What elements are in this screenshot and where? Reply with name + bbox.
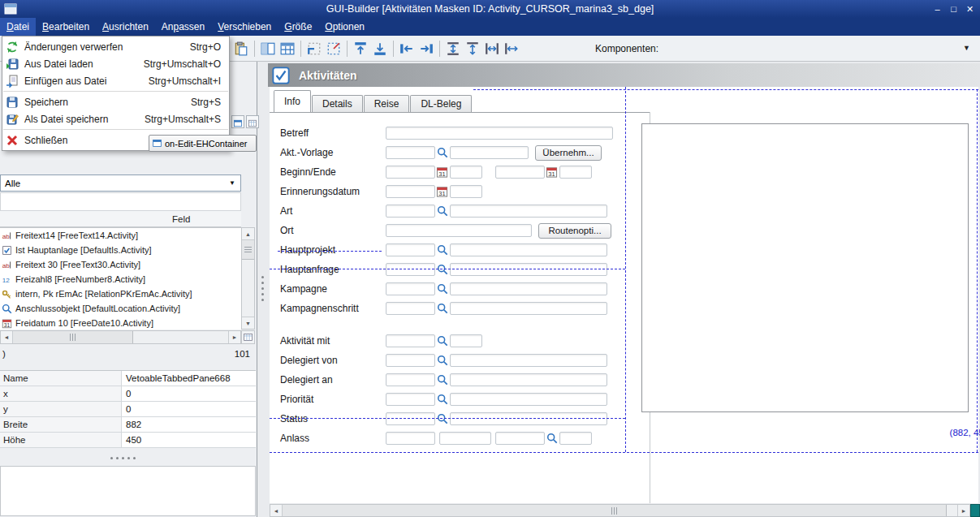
menubar-item-verschieben[interactable]: Verschieben bbox=[211, 18, 278, 36]
beginn-ende-input[interactable] bbox=[495, 166, 545, 179]
property-value[interactable]: VetoableTabbedPane668 bbox=[122, 371, 231, 386]
erinnerungsdatum-input[interactable] bbox=[450, 185, 482, 198]
align-bottom-button[interactable] bbox=[370, 39, 390, 58]
ort-input[interactable] bbox=[386, 224, 532, 237]
scroll-down-button[interactable]: ▼ bbox=[242, 317, 254, 329]
menu-item-speichern[interactable]: SpeichernStrg+S bbox=[2, 93, 229, 110]
delegiert-an-input[interactable] bbox=[386, 373, 435, 386]
resize-height-alt-button[interactable] bbox=[463, 39, 482, 58]
field-list-item[interactable]: intern, Pk rEmAc [RelationPKrEmAc.Activi… bbox=[0, 287, 241, 301]
priorität-input[interactable] bbox=[450, 393, 607, 406]
menubar-item-datei[interactable]: Datei bbox=[0, 18, 36, 36]
status-input[interactable] bbox=[386, 412, 435, 425]
field-list-vertical-scrollbar[interactable]: ▲ ▼ bbox=[241, 227, 255, 330]
resize-width-button[interactable] bbox=[482, 39, 502, 58]
beginn-ende-input[interactable] bbox=[386, 166, 435, 179]
partially-hidden-button[interactable] bbox=[231, 115, 244, 128]
resize-grip[interactable] bbox=[970, 504, 980, 517]
delegiert-an-input[interactable] bbox=[450, 373, 607, 386]
menu-item-als-datei-speichern[interactable]: Als Datei speichernStrg+Umschalt+S bbox=[2, 110, 229, 127]
property-value[interactable]: 450 bbox=[122, 433, 141, 447]
betreff-input[interactable] bbox=[386, 127, 613, 140]
hauptprojekt-input[interactable] bbox=[386, 243, 435, 256]
field-list-item[interactable]: abFreitext 30 [FreeText30.Activity] bbox=[0, 257, 241, 272]
priorität-input[interactable] bbox=[386, 393, 435, 406]
art-input[interactable] bbox=[386, 205, 435, 218]
routenopti-button[interactable]: Routenopti... bbox=[538, 223, 611, 239]
resize-height-button[interactable] bbox=[443, 39, 463, 58]
field-list-horizontal-scrollbar[interactable]: ◄ ► bbox=[0, 330, 241, 344]
aktivität-mit-lookup-icon[interactable] bbox=[437, 335, 448, 347]
field-list-item[interactable]: 12Freizahl8 [FreeNumber8.Activity] bbox=[0, 272, 241, 287]
property-value[interactable]: 882 bbox=[122, 417, 141, 432]
menu-item-einfügen-aus-datei[interactable]: Einfügen aus DateiStrg+Umschalt+I bbox=[2, 72, 229, 89]
akt-vorlage-input[interactable] bbox=[450, 146, 529, 159]
canvas-horizontal-scrollbar[interactable]: ◄ ► bbox=[270, 504, 970, 517]
paste-button[interactable] bbox=[231, 39, 251, 58]
field-list-item[interactable]: abFreitext14 [FreeText14.Activity] bbox=[0, 228, 241, 243]
status-lookup-icon[interactable] bbox=[437, 413, 448, 424]
delegiert-von-lookup-icon[interactable] bbox=[437, 355, 448, 366]
menu-item-aus-datei-laden[interactable]: Aus Datei ladenStrg+Umschalt+O bbox=[2, 55, 229, 72]
maximize-button[interactable]: □ bbox=[947, 2, 961, 15]
übernehm-button[interactable]: Übernehm... bbox=[535, 145, 602, 161]
frame-dashed-button[interactable] bbox=[324, 39, 343, 58]
kampagne-input[interactable] bbox=[450, 282, 607, 295]
kampagnenschritt-input[interactable] bbox=[450, 302, 607, 315]
anlass-lookup-icon[interactable] bbox=[546, 433, 558, 444]
frame-button[interactable] bbox=[304, 39, 324, 58]
property-value[interactable]: 0 bbox=[122, 402, 131, 416]
canvas-scrollbar-track[interactable] bbox=[947, 505, 957, 516]
delegiert-von-input[interactable] bbox=[386, 354, 435, 367]
canvas-scroll-left-button[interactable]: ◄ bbox=[270, 505, 283, 516]
hauptprojekt-input[interactable] bbox=[450, 243, 607, 256]
tab-info[interactable]: Info bbox=[274, 90, 311, 112]
menubar-item-ausrichten[interactable]: Ausrichten bbox=[96, 18, 155, 36]
menubar-item-optionen[interactable]: Optionen bbox=[318, 18, 371, 36]
aktivität-mit-input[interactable] bbox=[450, 334, 482, 347]
delegiert-von-input[interactable] bbox=[450, 354, 607, 367]
arrow-right-button[interactable] bbox=[417, 39, 436, 58]
scrollbar-track[interactable] bbox=[133, 331, 228, 343]
align-top-button[interactable] bbox=[351, 39, 370, 58]
field-filter-combobox[interactable]: Alle ▼ bbox=[0, 174, 241, 192]
komponenten-dropdown-arrow[interactable]: ▼ bbox=[963, 44, 970, 52]
aktivität-mit-input[interactable] bbox=[386, 334, 435, 347]
akt-vorlage-lookup-icon[interactable] bbox=[437, 147, 448, 158]
columns-button[interactable] bbox=[258, 39, 278, 58]
beginn-ende-calendar-button[interactable]: 31 bbox=[546, 166, 558, 179]
splitter-grip-vertical[interactable] bbox=[261, 276, 264, 301]
anlass-input[interactable] bbox=[559, 432, 592, 445]
erinnerungsdatum-calendar-button[interactable]: 31 bbox=[436, 185, 448, 198]
table-button[interactable] bbox=[278, 39, 297, 58]
art-input[interactable] bbox=[450, 205, 607, 218]
kampagnenschritt-lookup-icon[interactable] bbox=[437, 303, 448, 314]
design-canvas[interactable]: InfoDetailsReiseDL-Beleg BetreffAkt.-Vor… bbox=[270, 87, 978, 503]
property-value[interactable]: 0 bbox=[122, 386, 131, 401]
menu-item-änderungen-verwerfen[interactable]: Änderungen verwerfenStrg+O bbox=[2, 38, 229, 55]
kampagnenschritt-input[interactable] bbox=[386, 302, 435, 315]
resize-width-alt-button[interactable] bbox=[502, 39, 521, 58]
hauptanfrage-input[interactable] bbox=[450, 263, 607, 276]
field-list-item[interactable]: Anschlussobjekt [DefaultLocation.Activit… bbox=[0, 301, 241, 316]
field-list-item[interactable]: Ist Hauptanlage [DefaultIs.Activity] bbox=[0, 243, 241, 257]
priorität-lookup-icon[interactable] bbox=[437, 394, 448, 405]
edit-ehcontainer-button[interactable]: on-Edit-EHContainer bbox=[149, 135, 257, 152]
menubar-item-größe[interactable]: Größe bbox=[278, 18, 318, 36]
close-button[interactable]: ✕ bbox=[963, 2, 977, 15]
vertical-scrollbar-thumb[interactable] bbox=[242, 240, 254, 260]
beginn-ende-input[interactable] bbox=[450, 166, 482, 179]
scroll-left-button[interactable]: ◄ bbox=[1, 331, 13, 343]
anlass-input[interactable] bbox=[386, 432, 435, 445]
beginn-ende-calendar-button[interactable]: 31 bbox=[436, 166, 448, 179]
status-input[interactable] bbox=[450, 412, 607, 425]
horizontal-scrollbar-thumb[interactable] bbox=[13, 331, 133, 343]
scroll-up-button[interactable]: ▲ bbox=[242, 228, 254, 240]
delegiert-an-lookup-icon[interactable] bbox=[437, 374, 448, 386]
minimize-button[interactable]: – bbox=[930, 2, 944, 15]
art-lookup-icon[interactable] bbox=[437, 205, 448, 217]
canvas-scrollbar-thumb[interactable] bbox=[283, 505, 947, 516]
empty-group-panel[interactable] bbox=[641, 123, 969, 412]
akt-vorlage-input[interactable] bbox=[386, 146, 435, 159]
hauptprojekt-lookup-icon[interactable] bbox=[437, 244, 448, 256]
